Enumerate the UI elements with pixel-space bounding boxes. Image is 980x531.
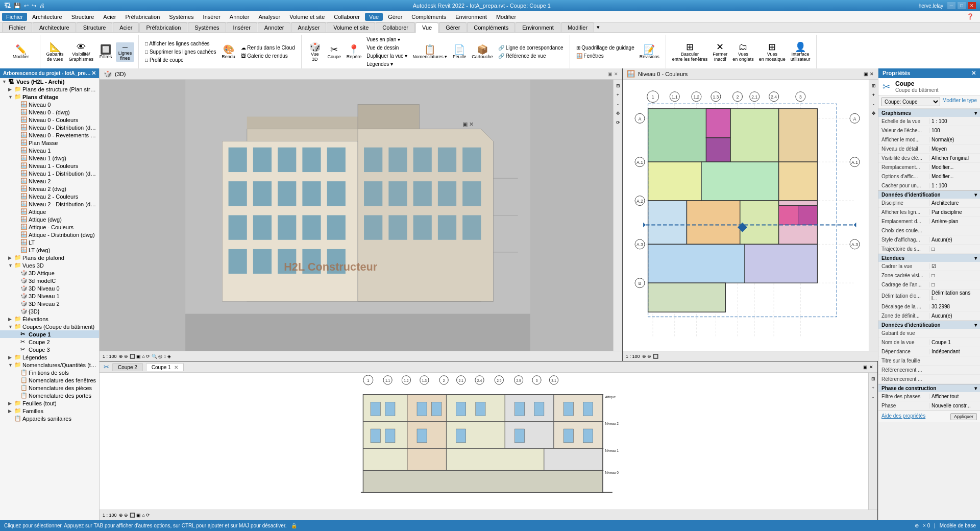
tab-gerer[interactable]: Gérer	[439, 22, 467, 32]
ribbon-btn-legendes[interactable]: Légendes ▾	[364, 60, 409, 68]
tree-item[interactable]: ✂Coupe 3	[0, 346, 99, 353]
prop-row-value[interactable]: □	[929, 273, 977, 278]
ribbon-btn-vues-mosaique[interactable]: ⊞ Vuesen mosaïque	[757, 41, 788, 63]
ribbon-btn-revisions[interactable]: 📝 Révisions	[638, 44, 662, 60]
tree-item[interactable]: ▶📁Feuilles (tout)	[0, 399, 99, 407]
menu-analyser[interactable]: Analyser	[254, 13, 284, 21]
menu-volume[interactable]: Volume et site	[285, 13, 329, 21]
tree-item[interactable]: 🪟Niveau 2 (dwg)	[0, 185, 99, 192]
tree-item[interactable]: 🎲{3D}	[0, 307, 99, 315]
view-3d-pan[interactable]: ✥	[614, 109, 622, 117]
maximize-button[interactable]: □	[958, 2, 966, 9]
tab-collaborer[interactable]: Collaborer	[376, 22, 415, 32]
tree-item[interactable]: 🪟LT	[0, 238, 99, 246]
prop-section-header-3[interactable]: Données d'identification▾	[878, 321, 980, 329]
prop-section-header-4[interactable]: Phase de construction▾	[878, 384, 980, 392]
tree-item[interactable]: 🪟Niveau 0 - Couleurs	[0, 116, 99, 124]
tree-item[interactable]: 🪟Niveau 0 - Revetements de sol	[0, 131, 99, 139]
prop-row-value[interactable]: □	[929, 246, 977, 252]
prop-row-value[interactable]: Par discipline	[929, 209, 977, 215]
prop-modify-type[interactable]: Modifier le type	[942, 98, 977, 106]
tree-item[interactable]: 🎲3D Niveau 2	[0, 300, 99, 307]
prop-apply-button[interactable]: Appliquer	[950, 413, 977, 420]
menu-fichier[interactable]: Fichier	[2, 13, 27, 21]
tab-annoter[interactable]: Annoter	[258, 22, 291, 32]
quick-access-redo[interactable]: ↪	[32, 3, 36, 9]
tab-structure[interactable]: Structure	[77, 22, 113, 32]
tree-item[interactable]: 📋Nomenclature des fenêtres	[0, 376, 99, 384]
tree-item[interactable]: 🪟Niveau 1 - Couleurs	[0, 162, 99, 170]
view-3d-content[interactable]: H2L Constructeur ▣ ✕	[100, 80, 616, 351]
tree-item[interactable]: 🪟Niveau 2 - Couleurs	[0, 192, 99, 200]
view-floor-zoom-fit[interactable]: ⊞	[870, 82, 878, 90]
prop-row-value[interactable]: 30.2998	[929, 304, 977, 309]
prop-row-value[interactable]: 100	[929, 128, 977, 133]
quick-access-undo[interactable]: ↩	[24, 3, 29, 9]
tree-item[interactable]: ▶📁Plans de plafond	[0, 254, 99, 261]
prop-row-value[interactable]: Coupe 1	[929, 340, 977, 345]
ribbon-btn-fermer-inactif[interactable]: ✕ FermerInactif	[710, 41, 729, 63]
ribbon-btn-nomenclatures[interactable]: 📋 Nomenclatures ▾	[410, 44, 449, 60]
ribbon-btn-coupe[interactable]: ✂ Coupe	[325, 44, 344, 60]
tree-item[interactable]: ▶📁Élévations	[0, 315, 99, 323]
ribbon-btn-cartouche[interactable]: 📦 Cartouche	[470, 44, 495, 60]
ribbon-btn-ligne-corr[interactable]: 🔗 Ligne de correspondance	[496, 44, 566, 52]
ribbon-btn-galerie[interactable]: 🖼 Galerie de rendus	[239, 52, 297, 60]
tree-item[interactable]: ▶📁Familles	[0, 407, 99, 415]
quick-access-save[interactable]: 💾	[14, 3, 21, 9]
tree-item[interactable]: ▼📁Plans d'étage	[0, 93, 99, 101]
prop-row-value[interactable]: Indépendant	[929, 349, 977, 354]
tree-item[interactable]: 🪟Niveau 1 (dwg)	[0, 154, 99, 162]
tree-item[interactable]: 🪟Attique - Distribution (dwg)	[0, 231, 99, 238]
menu-systemes[interactable]: Systèmes	[165, 13, 198, 21]
tree-item[interactable]: 🎲3D Attique	[0, 269, 99, 277]
prop-row-value[interactable]: Afficher tout	[929, 394, 977, 399]
ribbon-btn-visibilite[interactable]: 👁 Visibilité/Graphismes	[67, 41, 96, 63]
quick-access-print[interactable]: 🖨	[39, 3, 45, 9]
ribbon-btn-gabarits[interactable]: 📐 Gabaritsde vues	[44, 41, 66, 63]
view-section-zoom-fit[interactable]: ⊞	[869, 375, 877, 383]
ribbon-btn-fenetres-comp[interactable]: 🪟 Fenêtres	[574, 52, 636, 60]
tree-item[interactable]: 🪟Attique - Couleurs	[0, 223, 99, 231]
tab-volume[interactable]: Volume et site	[327, 22, 375, 32]
ribbon-btn-lignes-fines[interactable]: ─ Lignesfines	[116, 42, 134, 62]
menu-prefabrication[interactable]: Préfabrication	[121, 13, 164, 21]
tab-architecture[interactable]: Architecture	[33, 22, 76, 32]
view-floor-content[interactable]: 1 1.1 1.2 1.3 2 2.1 2.4 3	[623, 80, 872, 351]
view-3d-zoom-fit[interactable]: ⊞	[614, 82, 622, 90]
menu-inserer[interactable]: Insérer	[199, 13, 225, 21]
prop-row-value[interactable]: Délimitation sans l...	[929, 290, 977, 301]
prop-help-link[interactable]: Aide des propriétés	[881, 413, 925, 420]
tab-vue[interactable]: Vue	[415, 22, 438, 33]
ribbon-btn-vues-plan[interactable]: Vues en plan ▾	[364, 36, 409, 43]
tab-prefabrication[interactable]: Préfabrication	[139, 22, 187, 32]
view-floor-zoom-out[interactable]: -	[870, 100, 878, 108]
tree-item[interactable]: 🪟Niveau 0 - (dwg)	[0, 108, 99, 116]
tree-item[interactable]: 📋Appareils sanitaires	[0, 415, 99, 422]
prop-row-value[interactable]: Modifier...	[929, 164, 977, 170]
tab-coupe2[interactable]: Coupe 2	[112, 363, 143, 371]
view-floor-zoom-in[interactable]: +	[870, 91, 878, 99]
tree-item[interactable]: ▼📁Coupes (Coupe du bâtiment)	[0, 323, 99, 330]
tab-acier[interactable]: Acier	[113, 22, 139, 32]
tree-item[interactable]: 🪟Plan Masse	[0, 139, 99, 147]
tree-item[interactable]: 📋Nomenclature des pièces	[0, 384, 99, 392]
ribbon-btn-basculer[interactable]: ⊞ Basculerentre les fenêtres	[670, 41, 710, 63]
view-section-zoom-out[interactable]: -	[869, 393, 877, 401]
prop-row-value[interactable]: Architecture	[929, 200, 977, 206]
ribbon-btn-rendu-cloud[interactable]: ☁ Rendu dans le Cloud	[239, 44, 297, 52]
tree-item[interactable]: 🪟LT (dwg)	[0, 246, 99, 254]
tab-fichier[interactable]: Fichier	[2, 22, 32, 32]
tree-item[interactable]: 🎲3d modelC	[0, 277, 99, 284]
ribbon-btn-modifier[interactable]: ✏️ Modifier	[11, 44, 31, 60]
ribbon-btn-interface[interactable]: 👤 Interfaceutilisateur	[789, 41, 813, 63]
prop-section-header-1[interactable]: Données d'identification▾	[878, 190, 980, 199]
tree-item[interactable]: ▼📁Nomenclatures/Quantités (tout)	[0, 361, 99, 369]
prop-row-value[interactable]: Afficher l'original	[929, 155, 977, 161]
close-panel-icon[interactable]: ✕	[91, 70, 96, 77]
menu-environment[interactable]: Environment	[451, 13, 491, 21]
ribbon-btn-repere[interactable]: 📍 Repère	[345, 44, 364, 60]
tree-item[interactable]: ▼🏗Vues (H2L - Archi)	[0, 78, 99, 85]
prop-row-value[interactable]: Normal(e)	[929, 137, 977, 142]
prop-row-value[interactable]: Moyen	[929, 146, 977, 152]
